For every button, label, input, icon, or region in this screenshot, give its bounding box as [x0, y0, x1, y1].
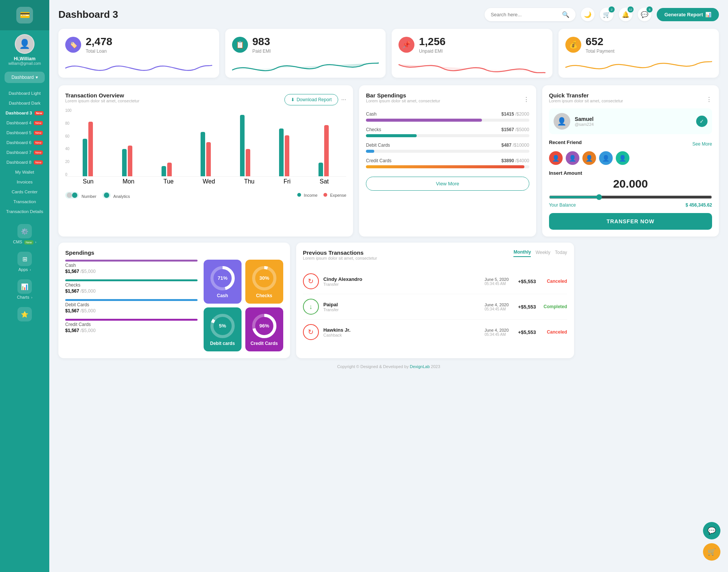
friend-1[interactable]: 👤 [549, 151, 563, 165]
spendings-title: Spendings [65, 249, 283, 256]
sidebar-logo: 💳 [0, 0, 49, 30]
sidebar-cms[interactable]: ⚙️ CMS New › [0, 220, 49, 248]
bar-red [167, 163, 172, 176]
search-icon: 🔍 [562, 11, 570, 18]
more-options-button[interactable]: ··· [341, 96, 346, 103]
total-loan-label: Total Loan [86, 49, 112, 54]
tx-time-3: 05:34:45 AM [485, 332, 509, 337]
download-report-button[interactable]: ⬇ Download Report [284, 94, 338, 105]
chevron-down-icon: ▾ [36, 75, 38, 80]
checks-bar [65, 279, 198, 281]
sidebar: 💳 👤 Hi,William william@gmail.com Dashboa… [0, 0, 49, 572]
svg-text:30%: 30% [259, 275, 269, 281]
sidebar-icon-sections: ⚙️ CMS New › ⊞ Apps › 📊 Charts › ⭐ [0, 220, 49, 326]
checks-progress [366, 134, 416, 137]
view-more-button[interactable]: View More [366, 177, 529, 191]
see-more-link[interactable]: See More [692, 141, 712, 147]
spending-debit-limit: /$10000 [511, 143, 529, 148]
sidebar-favorites[interactable]: ⭐ [0, 303, 49, 326]
number-toggle[interactable] [65, 192, 79, 199]
search-box[interactable]: 🔍 [485, 8, 576, 21]
generate-report-label: Generate Report [664, 12, 703, 17]
quick-transfer-subtitle: Lorem ipsum dolor sit amet, consectetur [549, 99, 623, 103]
friend-3[interactable]: 👤 [582, 151, 596, 165]
friend-5[interactable]: 👤 [616, 151, 629, 165]
transfer-user-name: Samuel [575, 116, 594, 122]
spending-list-checks: Checks $1,567 /$5,000 [65, 279, 198, 294]
tx-name-2: Paipal [323, 302, 480, 307]
donut-checks-label: Checks [256, 293, 272, 298]
unpaid-emi-value: 1,256 [419, 36, 446, 48]
cart-button[interactable]: 🛒 2 [600, 8, 613, 21]
total-loan-icon: 🏷️ [65, 37, 81, 53]
transfer-user-avatar: 👤 [554, 113, 570, 130]
spending-cash-limit: /$2000 [514, 111, 529, 117]
unpaid-emi-icon: 📌 [399, 37, 414, 53]
sidebar-item-invoices[interactable]: Invoices [0, 177, 49, 187]
total-payment-label: Total Payment [586, 49, 615, 54]
stat-card-total-payment: 💰 652 Total Payment [559, 29, 719, 78]
spending-items: Cash $1415 /$2000 Checks $1567 /$5000 [366, 111, 529, 168]
previous-transactions-card: Previous Transactions Lorem ipsum dolor … [296, 243, 574, 358]
sidebar-item-dashboard-dark[interactable]: Dashboard Dark [0, 98, 49, 108]
transaction-items: ↻ Cindy Alexandro Transfer June 5, 2020 … [303, 269, 567, 345]
donut-debit-label: Debit cards [210, 341, 235, 346]
tab-weekly[interactable]: Weekly [535, 250, 550, 257]
moon-button[interactable]: 🌙 [581, 8, 595, 21]
transaction-row-1: ↻ Cindy Alexandro Transfer June 5, 2020 … [303, 269, 567, 294]
bar-chart-icon: 📊 [705, 12, 711, 17]
tab-today[interactable]: Today [555, 250, 567, 257]
fab-chat[interactable]: 💬 [703, 522, 720, 539]
transfer-now-button[interactable]: TRANSFER NOW [549, 213, 712, 230]
analytics-toggle[interactable] [102, 192, 111, 199]
friend-2[interactable]: 👤 [566, 151, 579, 165]
bar-teal [240, 115, 245, 176]
bar-teal [162, 166, 166, 176]
dashboard-toggle[interactable]: Dashboard ▾ [5, 72, 45, 83]
tx-icon-2: ↓ [303, 299, 319, 315]
chat-button[interactable]: 💬 5 [638, 8, 651, 21]
sidebar-item-dashboard3[interactable]: Dashboard 3 New [0, 108, 49, 118]
sidebar-item-dashboard7[interactable]: Dashboard 7 New [0, 147, 49, 157]
bar-group-fri [279, 129, 289, 176]
bar-teal [318, 163, 323, 176]
spending-checks-amount: $1567 [501, 127, 514, 132]
main-grid: Transaction Overview Lorem ipsum dolor s… [58, 85, 719, 237]
amount-slider[interactable] [549, 194, 712, 200]
chart-labels: Sun Mon Tue Wed Thu Fri Sat [65, 178, 346, 185]
transfer-user-card: 👤 Samuel @sam224 ✓ [549, 108, 712, 134]
spending-item-debit: Debit Cards $487 /$10000 [366, 143, 529, 153]
sidebar-item-dashboard6[interactable]: Dashboard 6 New [0, 138, 49, 147]
sidebar-nav: Dashboard Light Dashboard Dark Dashboard… [0, 88, 49, 216]
sidebar-item-dashboard5[interactable]: Dashboard 5 New [0, 128, 49, 138]
footer-year: 2023 [431, 364, 440, 369]
label-sun: Sun [83, 178, 93, 185]
tab-monthly[interactable]: Monthly [513, 249, 531, 257]
cash-progress [366, 119, 482, 122]
bell-button[interactable]: 🔔 12 [619, 8, 632, 21]
bar-spendings-more-button[interactable]: ⋮ [523, 96, 529, 103]
sidebar-item-cards[interactable]: Cards Center [0, 187, 49, 197]
sidebar-item-dashboard-light[interactable]: Dashboard Light [0, 88, 49, 98]
sidebar-apps[interactable]: ⊞ Apps › [0, 248, 49, 276]
spending-list-debit: Debit Cards $1,567 /$5,000 [65, 299, 198, 313]
fab-cart[interactable]: 🛒 [703, 543, 720, 561]
label-mon: Mon [122, 178, 134, 185]
generate-report-button[interactable]: Generate Report 📊 [657, 8, 719, 21]
friend-4[interactable]: 👤 [599, 151, 613, 165]
sidebar-item-dashboard4[interactable]: Dashboard 4 New [0, 118, 49, 128]
quick-transfer-more-button[interactable]: ⋮ [706, 96, 712, 103]
sidebar-item-transaction[interactable]: Transaction [0, 197, 49, 207]
sidebar-item-wallet[interactable]: My Wallet [0, 167, 49, 177]
sidebar-item-transaction-details[interactable]: Transaction Details [0, 207, 49, 216]
footer-brand[interactable]: DexignLab [410, 364, 430, 369]
cash-bar [65, 260, 198, 262]
apps-icon: ⊞ [17, 252, 32, 266]
bar-group-sun [83, 122, 93, 176]
chat-icon: 💬 [641, 11, 648, 18]
cart-badge: 2 [609, 6, 615, 13]
search-input[interactable] [491, 12, 559, 17]
sidebar-charts[interactable]: 📊 Charts › [0, 276, 49, 303]
sidebar-item-dashboard8[interactable]: Dashboard 8 New [0, 157, 49, 167]
unpaid-emi-label: Unpaid EMI [419, 49, 446, 54]
